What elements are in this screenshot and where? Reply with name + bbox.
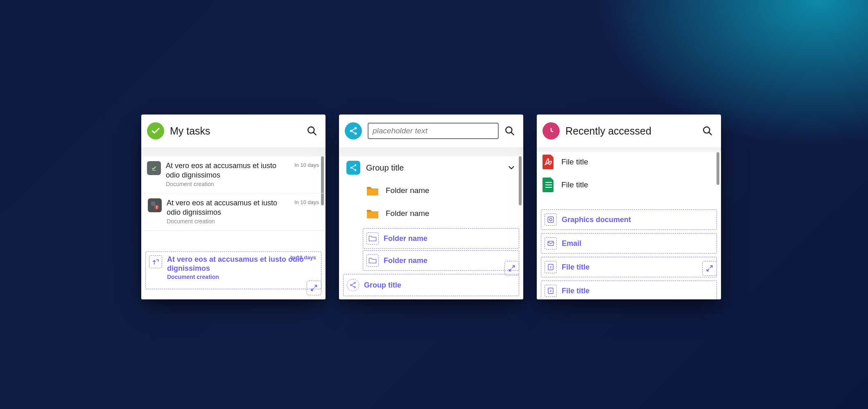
- wireframe-task-due: In 10 days: [290, 254, 316, 261]
- blueprint-content: Folder name Folder name Group title: [339, 218, 523, 299]
- wireframe-folder-label: Folder name: [384, 256, 427, 265]
- svg-text:Z: Z: [550, 265, 552, 269]
- blueprint-overlay: Graphics document Email Z File title: [537, 193, 721, 299]
- wireframe-file-label: File title: [562, 263, 590, 272]
- body-gradient: [339, 147, 523, 156]
- wireframe-archive-icon: Z: [545, 261, 557, 273]
- pdf-icon: [542, 155, 555, 169]
- svg-rect-4: [151, 202, 155, 206]
- check-icon: [147, 122, 164, 139]
- wireframe-task-sub: Document creation: [167, 274, 318, 280]
- svg-point-11: [355, 133, 357, 135]
- wireframe-folder-row: Folder name: [363, 228, 519, 249]
- wireframe-group-title: Group title: [364, 281, 401, 290]
- wireframe-email-icon: [545, 237, 557, 249]
- svg-line-24: [352, 283, 354, 285]
- wireframe-folder-icon: [366, 232, 379, 245]
- expand-icon[interactable]: [504, 261, 519, 276]
- search-icon[interactable]: [702, 126, 713, 136]
- folder-row[interactable]: Folder name: [339, 179, 523, 202]
- card-title: Recently accessed: [565, 125, 696, 137]
- search-input[interactable]: placeholder text: [368, 123, 499, 139]
- wireframe-task-row: At vero eos at accusamus et iusto odio d…: [145, 252, 321, 289]
- chevron-down-icon[interactable]: [507, 163, 516, 172]
- card-title: My tasks: [170, 125, 301, 137]
- task-subtitle: Document creation: [166, 181, 289, 187]
- search-icon[interactable]: [307, 126, 317, 136]
- wireframe-file-label: File title: [562, 287, 590, 295]
- card-body: Group title Folder name Folder name: [339, 147, 523, 299]
- blueprint-content: At vero eos at accusamus et iusto odio d…: [141, 236, 326, 299]
- svg-point-18: [355, 169, 356, 171]
- group-row[interactable]: Group title: [339, 156, 523, 179]
- folder-name: Folder name: [386, 186, 429, 195]
- svg-line-15: [511, 132, 513, 135]
- share-icon: [345, 122, 362, 139]
- card-groups: placeholder text Group title: [339, 115, 523, 299]
- task-title: At vero eos at accusamus et iusto odio d…: [166, 161, 289, 180]
- task-text: At vero eos at accusamus et iusto odio d…: [166, 161, 289, 187]
- card-recent: Recently accessed File title: [537, 115, 721, 299]
- wireframe-share-icon: [347, 279, 359, 291]
- group-title: Group title: [366, 163, 501, 173]
- svg-point-23: [354, 286, 356, 288]
- svg-line-20: [352, 168, 355, 170]
- wireframe-graphics-icon: [545, 213, 557, 226]
- wireframe-group-row: Group title: [343, 274, 519, 296]
- expand-icon[interactable]: [702, 261, 717, 276]
- wireframe-file-label: Email: [562, 239, 581, 248]
- blueprint-content: Graphics document Email Z File title: [537, 193, 721, 299]
- folder-name: Folder name: [386, 209, 429, 218]
- search-icon[interactable]: [504, 126, 515, 136]
- card-header: Recently accessed: [537, 115, 721, 148]
- svg-point-10: [355, 127, 357, 130]
- wireframe-file-row: Z File title: [541, 281, 717, 299]
- wireframe-folder-row: Folder name: [363, 250, 519, 271]
- wireframe-file-row: Graphics document: [541, 209, 717, 230]
- svg-line-13: [352, 131, 355, 133]
- card-body: At vero eos at accusamus et iusto odio d…: [141, 147, 326, 299]
- task-row[interactable]: At vero eos at accusamus et iusto odio d…: [141, 193, 326, 231]
- task-due: In 10 days: [294, 162, 319, 168]
- svg-line-1: [313, 132, 316, 135]
- wireframe-folder-label: Folder name: [384, 234, 427, 243]
- svg-rect-32: [548, 217, 554, 222]
- svg-text:Z: Z: [550, 289, 552, 293]
- task-alert-icon: [148, 198, 162, 212]
- card-header: My tasks: [141, 115, 326, 148]
- expand-icon[interactable]: [307, 281, 321, 295]
- task-subtitle: Document creation: [167, 218, 289, 225]
- wireframe-archive-icon: Z: [545, 285, 557, 297]
- folder-icon: [366, 185, 379, 196]
- wireframe-task-icon: [149, 255, 162, 268]
- card-header: placeholder text: [339, 115, 523, 148]
- wireframe-file-row: Z File title: [541, 257, 717, 277]
- cards-row: My tasks At vero eos at accusamus et ius…: [141, 115, 721, 299]
- spreadsheet-icon: [542, 178, 555, 192]
- task-due: In 10 days: [294, 199, 319, 205]
- blueprint-overlay: At vero eos at accusamus et iusto odio d…: [141, 236, 326, 299]
- svg-point-21: [350, 284, 352, 286]
- share-icon: [346, 161, 360, 175]
- file-row[interactable]: File title: [537, 151, 721, 173]
- card-my-tasks: My tasks At vero eos at accusamus et ius…: [141, 115, 326, 299]
- svg-point-16: [350, 167, 352, 169]
- svg-line-12: [352, 129, 355, 130]
- file-title: File title: [561, 157, 588, 166]
- svg-line-28: [709, 132, 711, 135]
- svg-rect-7: [156, 206, 157, 208]
- file-title: File title: [561, 180, 588, 189]
- task-row[interactable]: At vero eos at accusamus et iusto odio d…: [141, 156, 326, 193]
- svg-point-17: [355, 164, 356, 166]
- wireframe-file-label: Graphics document: [562, 216, 631, 224]
- svg-point-33: [549, 218, 552, 221]
- svg-line-25: [352, 285, 354, 287]
- clock-icon: [542, 122, 560, 139]
- body-gradient: [141, 147, 326, 156]
- blueprint-overlay: Folder name Folder name Group title: [339, 218, 523, 299]
- task-done-icon: [147, 161, 161, 175]
- svg-line-19: [352, 166, 355, 167]
- task-text: At vero eos at accusamus et iusto odio d…: [167, 198, 289, 225]
- wireframe-file-row: Email: [541, 233, 717, 254]
- search-placeholder: placeholder text: [373, 126, 427, 135]
